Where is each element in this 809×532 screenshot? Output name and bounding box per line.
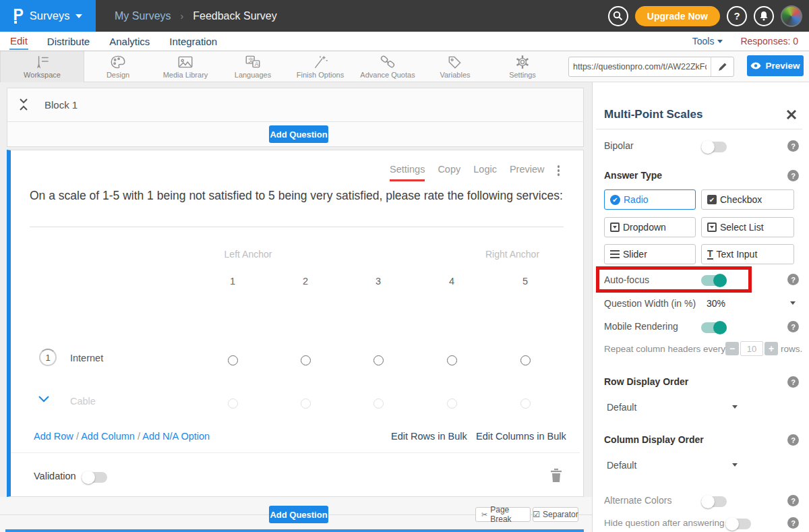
column-header[interactable]: 2 xyxy=(280,276,330,287)
toolbar-finish-options[interactable]: Finish Options xyxy=(287,51,354,82)
hide-question-label: Hide question after answering xyxy=(604,518,725,528)
tab-edit[interactable]: Edit xyxy=(9,33,28,50)
tools-dropdown[interactable]: Tools xyxy=(692,36,723,47)
radio-cell[interactable] xyxy=(373,398,384,409)
repeat-count-input[interactable] xyxy=(740,341,763,356)
column-display-order-select[interactable]: Default xyxy=(607,460,636,471)
toolbar-media-library-label: Media Library xyxy=(163,71,208,79)
toolbar-settings[interactable]: Settings xyxy=(489,51,556,82)
answer-type-select-list[interactable]: Select List xyxy=(701,217,794,237)
bipolar-toggle[interactable] xyxy=(701,142,727,152)
column-header[interactable]: 3 xyxy=(353,276,403,287)
edit-url-button[interactable] xyxy=(711,57,733,76)
radio-cell[interactable] xyxy=(301,355,311,365)
page-break-button[interactable]: ✂ Page Break xyxy=(475,507,531,522)
radio-cell[interactable] xyxy=(447,355,457,365)
repeat-decrement-button[interactable]: − xyxy=(725,342,739,355)
autofocus-toggle[interactable] xyxy=(701,275,727,286)
close-panel-icon[interactable] xyxy=(786,109,797,120)
edit-columns-bulk-link[interactable]: Edit Columns in Bulk xyxy=(476,431,566,442)
text-input-icon: T xyxy=(707,249,713,260)
breadcrumb-my-surveys[interactable]: My Surveys xyxy=(115,10,171,22)
add-question-button-top[interactable]: Add Question xyxy=(269,125,328,143)
toolbar-variables[interactable]: Variables xyxy=(421,51,489,82)
row-display-caret-icon[interactable] xyxy=(732,405,738,409)
block-title[interactable]: Block 1 xyxy=(44,99,78,111)
upgrade-now-button[interactable]: Upgrade Now xyxy=(635,6,720,26)
question-text[interactable]: On a scale of 1-5 with 1 being not satis… xyxy=(30,187,564,204)
left-anchor-placeholder[interactable]: Left Anchor xyxy=(208,249,289,260)
edit-rows-bulk-link[interactable]: Edit Rows in Bulk xyxy=(391,431,467,442)
row-label-internet[interactable]: Internet xyxy=(70,353,103,363)
tab-analytics[interactable]: Analytics xyxy=(109,34,150,49)
question-tab-preview[interactable]: Preview xyxy=(510,164,545,181)
tab-distribute[interactable]: Distribute xyxy=(47,34,90,49)
question-width-value[interactable]: 30% xyxy=(707,298,725,309)
radio-cell[interactable] xyxy=(373,355,384,365)
surveys-menu[interactable]: P Surveys xyxy=(0,0,96,32)
answer-type-text-input[interactable]: T Text Input xyxy=(701,244,794,264)
bipolar-help-icon[interactable]: ? xyxy=(787,140,799,152)
radio-cell[interactable] xyxy=(520,355,531,365)
question-tab-settings[interactable]: Settings xyxy=(390,164,425,181)
hide-question-toggle[interactable] xyxy=(725,519,751,529)
panel-title: Multi-Point Scales xyxy=(604,108,702,121)
question-tab-copy[interactable]: Copy xyxy=(438,164,460,181)
add-na-option-link[interactable]: Add N/A Option xyxy=(142,431,210,442)
question-tab-logic[interactable]: Logic xyxy=(473,164,497,181)
question-width-caret-icon[interactable] xyxy=(790,301,796,305)
mobile-rendering-toggle[interactable] xyxy=(701,322,727,333)
link-separator: / xyxy=(76,431,79,442)
add-column-link[interactable]: Add Column xyxy=(81,431,135,442)
tab-integration[interactable]: Integration xyxy=(169,34,218,49)
row-display-order-help-icon[interactable]: ? xyxy=(787,376,799,388)
dropdown-box-icon xyxy=(707,223,717,232)
radio-cell[interactable] xyxy=(228,398,238,409)
toolbar-languages[interactable]: 文A Languages xyxy=(219,51,287,82)
radio-cell[interactable] xyxy=(447,398,457,409)
question-more-menu[interactable] xyxy=(558,165,560,180)
alternate-colors-help-icon[interactable]: ? xyxy=(787,495,799,506)
help-button[interactable]: ? xyxy=(727,6,747,26)
column-header[interactable]: 1 xyxy=(208,276,258,287)
breadcrumb-separator-icon: › xyxy=(181,11,184,22)
column-header[interactable]: 4 xyxy=(427,276,477,287)
radio-cell[interactable] xyxy=(520,398,531,409)
answer-type-dropdown[interactable]: Dropdown xyxy=(604,217,696,237)
radio-cell[interactable] xyxy=(228,355,238,365)
toolbar-design[interactable]: Design xyxy=(84,51,152,82)
toolbar-media-library[interactable]: Media Library xyxy=(152,51,219,82)
preview-button[interactable]: Preview xyxy=(747,55,804,76)
delete-question-icon[interactable] xyxy=(550,468,562,483)
image-icon xyxy=(177,55,194,69)
survey-url-input[interactable] xyxy=(569,62,711,71)
languages-icon: 文A xyxy=(244,55,262,69)
answer-type-slider[interactable]: Slider xyxy=(604,244,696,264)
column-display-order-help-icon[interactable]: ? xyxy=(787,434,799,446)
row-expand-chevron-icon[interactable] xyxy=(38,395,50,403)
mobile-rendering-help-icon[interactable]: ? xyxy=(787,321,799,332)
answer-type-radio[interactable]: ✔ Radio xyxy=(604,189,696,210)
alternate-colors-toggle[interactable] xyxy=(701,496,727,507)
column-header[interactable]: 5 xyxy=(500,276,550,287)
collapse-block-icon[interactable] xyxy=(19,98,28,111)
answer-type-help-icon[interactable]: ? xyxy=(787,170,799,181)
add-row-link[interactable]: Add Row xyxy=(34,431,73,442)
answer-type-checkbox[interactable]: ✔ Checkbox xyxy=(701,189,794,210)
notifications-button[interactable] xyxy=(754,6,774,26)
user-avatar[interactable] xyxy=(781,5,802,27)
add-question-button-bottom[interactable]: Add Question xyxy=(269,506,328,523)
separator-button[interactable]: ☑ Separator xyxy=(533,507,578,522)
toolbar-workspace[interactable]: Workspace xyxy=(0,51,84,82)
search-button[interactable] xyxy=(608,6,628,26)
row-display-order-select[interactable]: Default xyxy=(607,402,636,413)
column-display-caret-icon[interactable] xyxy=(732,463,738,467)
repeat-increment-button[interactable]: + xyxy=(765,342,778,355)
autofocus-help-icon[interactable]: ? xyxy=(787,274,799,285)
toolbar-advance-quotas[interactable]: Advance Quotas xyxy=(354,51,421,82)
right-anchor-placeholder[interactable]: Right Anchor xyxy=(472,249,553,260)
row-label-cable[interactable]: Cable xyxy=(70,396,96,407)
radio-cell[interactable] xyxy=(301,398,311,409)
validation-toggle[interactable] xyxy=(82,472,107,483)
hide-question-help-icon[interactable]: ? xyxy=(787,517,799,529)
